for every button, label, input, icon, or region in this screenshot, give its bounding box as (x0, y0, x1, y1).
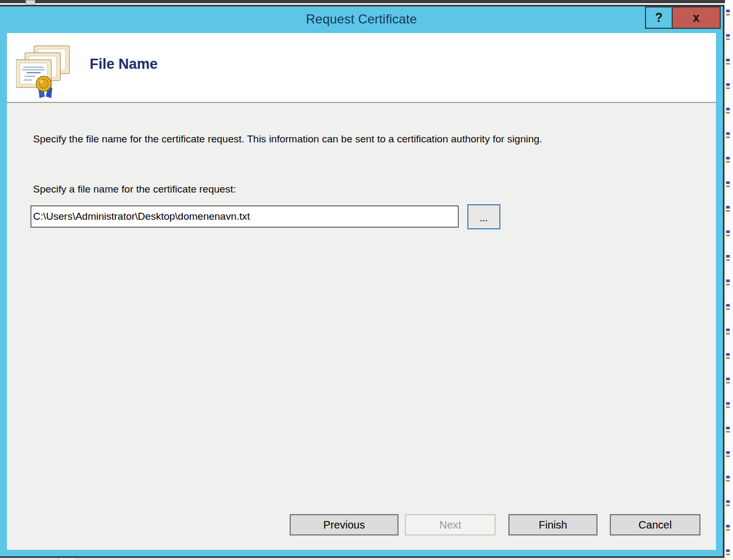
help-icon: ? (655, 11, 663, 25)
file-name-label: Specify a file name for the certificate … (33, 183, 236, 195)
titlebar-buttons: ? x (645, 6, 721, 29)
request-certificate-dialog: Request Certificate ? x (0, 5, 724, 558)
close-icon: x (693, 12, 700, 24)
background-window-sliver-bottom (0, 558, 726, 560)
certificates-icon (16, 45, 71, 101)
ellipsis-icon: ... (480, 214, 488, 223)
browse-button[interactable]: ... (467, 204, 500, 229)
finish-button[interactable]: Finish (508, 514, 597, 535)
previous-button[interactable]: Previous (290, 514, 399, 535)
file-name-row: ... (30, 205, 500, 229)
background-titlebar-sliver (0, 0, 733, 3)
next-button[interactable]: Next (405, 514, 496, 535)
background-artifact-strip-right (725, 0, 733, 560)
description-text: Specify the file name for the certificat… (33, 132, 542, 147)
wizard-body: Specify the file name for the certificat… (7, 103, 716, 508)
page-title: File Name (90, 56, 158, 73)
file-path-input[interactable] (30, 205, 459, 228)
help-button[interactable]: ? (645, 6, 673, 29)
background-bottom-nub (59, 558, 77, 560)
wizard-header: File Name (7, 33, 716, 103)
dialog-title: Request Certificate (0, 12, 723, 27)
cancel-button[interactable]: Cancel (610, 514, 700, 535)
close-button[interactable]: x (673, 6, 721, 29)
dialog-titlebar: Request Certificate ? x (0, 6, 723, 33)
wizard-footer: Previous Next Finish Cancel (7, 508, 716, 550)
dialog-content: File Name Specify the file name for the … (7, 33, 716, 550)
